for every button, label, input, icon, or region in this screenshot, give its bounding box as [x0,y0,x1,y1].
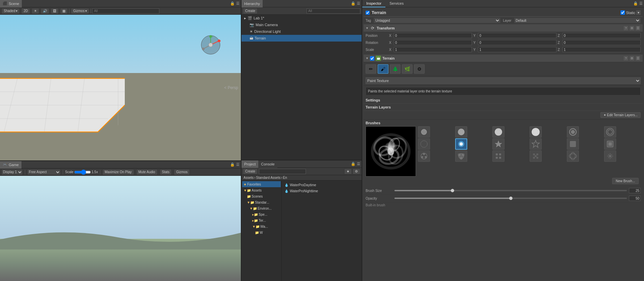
gizmos-button[interactable]: Gizmos [174,169,190,175]
transform-help-btn[interactable]: ? [623,25,629,31]
hierarchy-lock-icon[interactable]: 🔒 [351,1,356,6]
brush-cell-13[interactable] [418,150,430,162]
pos-x-input[interactable] [394,33,472,38]
transform-menu-btn[interactable]: ☰ [635,25,641,31]
brush-cell-7[interactable] [418,138,430,150]
project-create-btn[interactable]: Create [243,168,258,174]
inspector-lock-icon[interactable]: 🔒 [633,1,638,6]
terrain-settings-btn[interactable]: ⚙ [629,56,635,61]
static-dropdown[interactable]: ▾ [636,10,641,15]
lighting-button[interactable]: ☀ [32,8,39,14]
audio-button[interactable]: 🔊 [41,8,49,14]
project-search[interactable] [259,169,306,174]
display-select[interactable]: Display 1 [1,169,23,175]
tree-favorites[interactable]: ★ Favorites [242,181,281,187]
brush-cell-6[interactable] [604,126,616,138]
tree-assets[interactable]: ▼📁 Assets [242,187,281,193]
hierarchy-item-camera[interactable]: 📷 Main Camera [241,21,362,28]
pos-y-input[interactable] [478,33,556,38]
object-active-checkbox[interactable] [366,11,370,15]
terrain-menu-btn[interactable]: ☰ [635,56,641,61]
brush-cell-14[interactable] [455,150,467,162]
brush-cell-1[interactable] [418,126,430,138]
brush-cell-15[interactable] [492,150,504,162]
brush-size-track[interactable] [394,190,627,191]
aspect-select[interactable]: Free Aspect [27,169,61,175]
rot-x-input[interactable] [394,40,472,45]
rot-z-input[interactable] [562,40,641,45]
image-button[interactable]: 🖼 [51,8,59,14]
layer-select[interactable]: Default [514,18,641,23]
scene-viewport[interactable]: Y X [0,15,241,160]
terrain-tool-paint-height[interactable]: ✏ [366,64,376,74]
tree-ter[interactable]: ▸📁 Ter... [242,217,281,223]
opacity-track[interactable] [394,198,627,199]
file-waterpro-nighttime[interactable]: 💧 WaterProNighttime [283,188,360,194]
tree-w[interactable]: 📁 W [242,229,281,235]
brush-cell-9[interactable] [492,138,504,150]
inspector-menu-icon[interactable]: ☰ [639,1,643,6]
game-menu-icon[interactable]: ☰ [236,162,239,167]
scene-menu-icon[interactable]: ☰ [236,1,239,6]
scene-lock-icon[interactable]: 🔒 [230,1,235,6]
tree-spe[interactable]: ▸📁 Spe... [242,211,281,217]
game-lock-icon[interactable]: 🔒 [230,162,235,167]
transform-header[interactable]: ▼ ⟳ Transform ? ⚙ ☰ [364,24,643,32]
edit-terrain-layers-btn[interactable]: ✦ Edit Terrain Layers... [600,112,641,118]
hierarchy-menu-icon[interactable]: ☰ [357,1,360,6]
static-checkbox[interactable] [621,10,625,15]
terrain-help-btn[interactable]: ? [623,56,629,61]
hierarchy-item-terrain[interactable]: 🏔 Terrain [241,35,362,42]
terrain-tool-settings[interactable]: ⚙ [414,64,425,74]
terrain-tool-paint-texture[interactable]: 🖌 [378,64,388,74]
console-tab[interactable]: Console [258,160,277,168]
brush-cell-5[interactable] [567,126,579,138]
rot-y-input[interactable] [478,40,556,45]
terrain-tool-place-trees[interactable]: 🌲 [390,64,400,74]
brush-preview[interactable] [366,126,416,177]
paint-texture-dropdown[interactable]: Paint Texture [366,77,641,84]
terrain-component-header[interactable]: ▼ 🏔 Terrain ? ⚙ ☰ [364,55,643,62]
scene-tab[interactable]: ⬛ Scene [0,0,22,7]
vr-button[interactable]: ▦ [60,8,68,14]
project-menu-icon[interactable]: ☰ [357,162,360,166]
maximize-on-play-button[interactable]: Maximize On Play [102,169,134,175]
tree-wa[interactable]: ▼📁 Wa... [242,223,281,229]
gizmos-dropdown[interactable]: Gizmos ▾ [71,8,89,14]
scale-slider[interactable] [74,170,91,174]
brush-cell-2[interactable] [455,126,467,138]
tag-select[interactable]: Untagged [374,18,500,23]
game-tab[interactable]: 🎮 Game [0,161,21,168]
project-options-btn[interactable]: ⚙ [353,168,360,174]
hierarchy-create-btn[interactable]: Create [243,8,258,14]
brush-cell-12[interactable] [604,138,616,150]
project-favorites-btn[interactable]: ★ [344,168,352,174]
mute-audio-button[interactable]: Mute Audio [136,169,158,175]
brush-cell-10[interactable] [530,138,542,150]
game-viewport[interactable] [0,176,241,281]
brush-cell-18[interactable] [604,150,616,162]
terrain-active-checkbox[interactable] [370,56,374,61]
brush-size-value[interactable]: 25 [629,188,641,193]
inspector-tab[interactable]: Inspector [362,0,385,7]
hierarchy-item-lab[interactable]: ▸ 🎬 Lab 1* [241,15,362,21]
brush-cell-3[interactable] [492,126,504,138]
new-brush-btn[interactable]: New Brush... [612,178,639,184]
brush-cell-4[interactable] [530,126,542,138]
transform-settings-btn[interactable]: ⚙ [629,25,635,31]
brush-cell-16[interactable] [530,150,542,162]
hierarchy-search[interactable] [307,8,360,14]
opacity-value[interactable]: 50 [629,196,641,201]
scale-y-input[interactable] [478,47,556,52]
tree-scenes[interactable]: 📁 Scenes [242,193,281,199]
pos-z-input[interactable] [562,33,641,38]
brush-cell-17[interactable] [567,150,579,162]
file-waterpro-daytime[interactable]: 💧 WaterProDaytime [283,182,360,188]
stats-button[interactable]: Stats [160,169,172,175]
terrain-tool-paint-details[interactable]: 🌿 [402,64,413,74]
services-tab[interactable]: Services [385,0,408,7]
shading-dropdown[interactable]: Shaded ▾ [1,8,20,14]
scale-x-input[interactable] [394,47,472,52]
project-lock-icon[interactable]: 🔒 [351,162,356,166]
brush-size-thumb[interactable] [451,189,454,192]
